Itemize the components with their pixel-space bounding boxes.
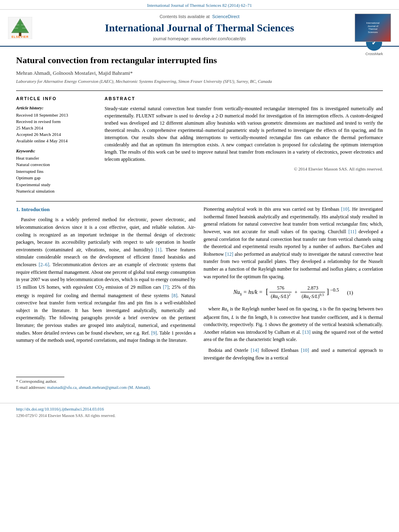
right-para-2: where Ras is the Rayleigh number based o… xyxy=(204,305,383,343)
abstract-text: Steady-state external natural convection… xyxy=(105,105,383,163)
article-info-header: ARTICLE INFO xyxy=(16,96,97,102)
sciencedirect-link[interactable]: ScienceDirect xyxy=(212,14,239,19)
journal-homepage: journal homepage: www.elsevier.com/locat… xyxy=(60,36,339,42)
abstract-header: ABSTRACT xyxy=(105,96,383,102)
keyword-4: Optimum gap xyxy=(16,175,97,181)
cite-8: [8] xyxy=(172,293,177,298)
formula-lhs: Nus = hs/k = xyxy=(233,288,263,298)
intro-paragraph-1: Passive cooling is a widely preferred me… xyxy=(16,216,195,344)
contents-available-line: Contents lists available at ScienceDirec… xyxy=(60,14,339,20)
article-content: ✓ CrossMark Natural convection from rect… xyxy=(0,47,399,398)
formula-1-area: Nus = hs/k = [ 576 (Ras·S/L)2 + 2.873 xyxy=(204,284,383,301)
footer-area: * Corresponding author. E-mail addresses… xyxy=(16,377,383,390)
received-date: Received 18 September 2013 xyxy=(16,112,97,118)
keyword-3: Interrupted fins xyxy=(16,168,97,175)
authors-text: Mehran Ahmadi, Golnoosh Mostafavi, Majid… xyxy=(16,70,133,76)
elsevier-tree-icon: ELSEVIER xyxy=(8,17,32,39)
elsevier-logo: ELSEVIER xyxy=(8,17,32,39)
journal-thumb-text: InternationalJournal ofThermalSciences xyxy=(366,22,379,34)
right-para-3: Bodoia and Osterle [14] followed Elenbaa… xyxy=(204,347,383,362)
email-label: E-mail addresses: xyxy=(16,385,46,390)
article-info-column: ARTICLE INFO Article history: Received 1… xyxy=(16,96,97,195)
keywords-label: Keywords: xyxy=(16,148,97,154)
journal-header-right: InternationalJournal ofThermalSciences xyxy=(339,14,391,42)
page-footer: http://dx.doi.org/10.1016/j.ijthermalsci… xyxy=(0,403,399,422)
keyword-5: Experimental study xyxy=(16,182,97,188)
abstract-column: ABSTRACT Steady-state external natural c… xyxy=(105,96,383,195)
footnote-rule xyxy=(16,377,64,377)
email-addresses: malunadi@sfu.ca, ahmadi.mehran@gmail.com… xyxy=(47,385,151,390)
cite-7: [7] xyxy=(163,284,169,290)
cite-14: [14] xyxy=(251,347,259,353)
page: International Journal of Thermal Science… xyxy=(0,0,399,532)
keywords-section: Keywords: Heat transfer Natural convecti… xyxy=(16,148,97,195)
journal-title: International Journal of Thermal Science… xyxy=(60,22,339,34)
section-1-title: 1. Introduction xyxy=(16,205,195,214)
corresponding-author-note: * Corresponding author. xyxy=(16,379,383,385)
cite-12: [12] xyxy=(225,251,233,257)
abstract-copyright: © 2014 Elsevier Masson SAS. All rights r… xyxy=(105,166,383,172)
journal-header: ELSEVIER Contents lists available at Sci… xyxy=(0,10,399,47)
article-meta-row: ARTICLE INFO Article history: Received 1… xyxy=(16,90,383,195)
elsevier-logo-area: ELSEVIER xyxy=(8,17,60,39)
cite-9: [9] xyxy=(151,330,157,336)
cite-1: [1] xyxy=(156,247,161,253)
journal-citation-bar: International Journal of Thermal Science… xyxy=(0,0,399,10)
keyword-2: Natural convection xyxy=(16,162,97,168)
svg-text:ELSEVIER: ELSEVIER xyxy=(12,35,29,38)
doi-link[interactable]: http://dx.doi.org/10.1016/j.ijthermalsci… xyxy=(16,407,104,411)
right-para-1: Pioneering analytical work in this area … xyxy=(204,205,383,280)
email-line: E-mail addresses: malunadi@sfu.ca, ahmad… xyxy=(16,385,383,391)
body-columns: 1. Introduction Passive cooling is a wid… xyxy=(16,205,383,365)
corresponding-author-label: * Corresponding author. xyxy=(16,379,57,384)
contents-text: Contents lists available at xyxy=(160,14,210,19)
journal-citation: International Journal of Thermal Science… xyxy=(147,3,252,8)
revised-label: Received in revised form xyxy=(16,119,97,125)
formula-number: (1) xyxy=(347,289,353,297)
formula-rhs: [ 576 (Ras·S/L)2 + 2.873 (Ras·S/L)0.5 ] xyxy=(266,284,339,301)
section-divider xyxy=(16,201,383,201)
article-affiliation: Laboratory for Alternative Energy Conver… xyxy=(16,78,383,84)
body-right-column: Pioneering analytical work in this area … xyxy=(204,205,383,365)
article-title: Natural convection from rectangular inte… xyxy=(16,55,383,66)
issn-line: 1290-0729/© 2014 Elsevier Masson SAS. Al… xyxy=(16,413,383,419)
doi-line: http://dx.doi.org/10.1016/j.ijthermalsci… xyxy=(16,407,383,413)
article-history-label: Article history: xyxy=(16,105,97,111)
revised-date: 25 March 2014 xyxy=(16,125,97,131)
available-online: Available online 4 May 2014 xyxy=(16,138,97,144)
cite-11: [11] xyxy=(348,229,356,234)
cite-2-6: [2–6] xyxy=(39,262,49,267)
crossmark-label: CrossMark xyxy=(365,51,383,57)
cite-10b: [10] xyxy=(301,347,309,353)
cite-13: [13] xyxy=(302,329,311,335)
journal-header-center: Contents lists available at ScienceDirec… xyxy=(60,14,339,42)
accepted-date: Accepted 26 March 2014 xyxy=(16,131,97,138)
keyword-6: Numerical simulation xyxy=(16,188,97,194)
keyword-1: Heat transfer xyxy=(16,155,97,161)
cite-10: [10] xyxy=(341,206,349,212)
article-authors: Mehran Ahmadi, Golnoosh Mostafavi, Majid… xyxy=(16,70,383,77)
body-left-column: 1. Introduction Passive cooling is a wid… xyxy=(16,205,195,365)
journal-thumbnail: InternationalJournal ofThermalSciences xyxy=(355,14,391,42)
